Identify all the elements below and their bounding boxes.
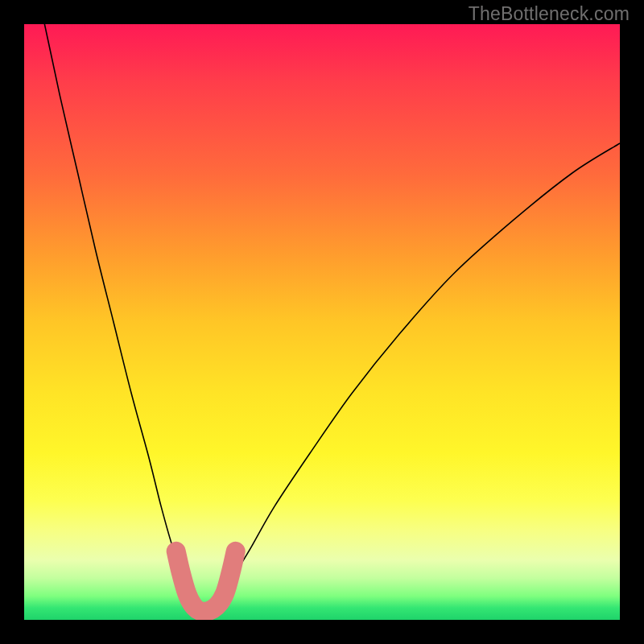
plot-area xyxy=(24,24,620,620)
outer-frame: TheBottleneck.com xyxy=(0,0,644,644)
chart-svg xyxy=(24,24,620,620)
highlight-segment xyxy=(176,551,236,612)
watermark-text: TheBottleneck.com xyxy=(469,3,630,25)
bottleneck-curve xyxy=(24,24,620,612)
